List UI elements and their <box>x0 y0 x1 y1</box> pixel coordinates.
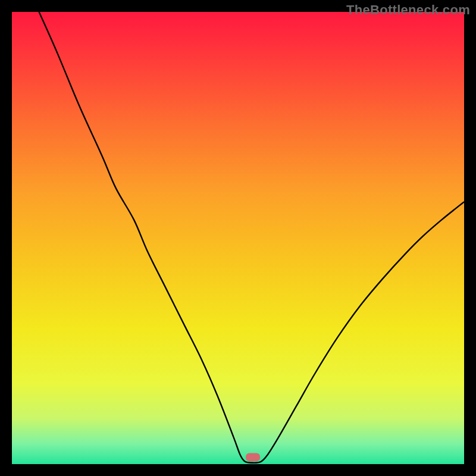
chart-frame: TheBottleneck.com <box>0 0 476 476</box>
gradient-background <box>12 12 464 464</box>
optimal-marker <box>246 453 260 462</box>
watermark-text: TheBottleneck.com <box>346 2 470 18</box>
plot-area <box>12 12 464 464</box>
chart-svg <box>12 12 464 464</box>
